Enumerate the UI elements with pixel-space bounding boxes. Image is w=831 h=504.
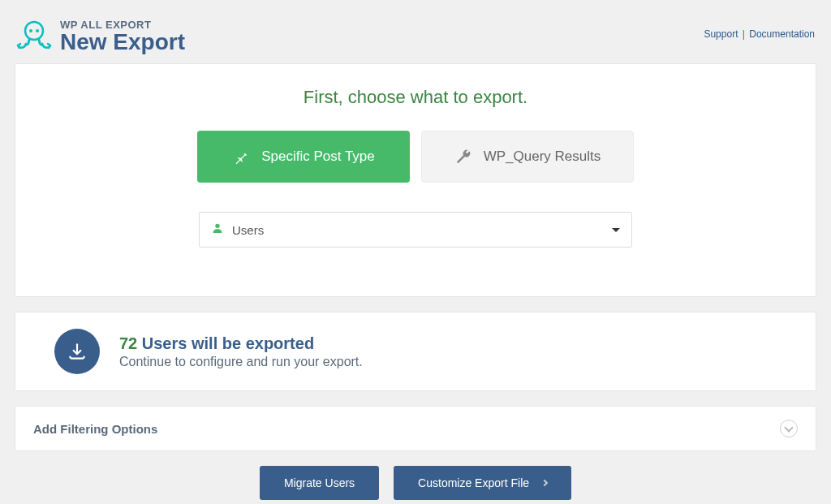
- customize-export-button[interactable]: Customize Export File: [394, 466, 571, 500]
- export-count-suffix: Users will be exported: [137, 334, 314, 352]
- header-links: Support | Documentation: [704, 28, 815, 40]
- export-count: 72: [119, 334, 137, 352]
- user-icon: [211, 222, 224, 238]
- octopus-logo-icon: [15, 16, 54, 55]
- specific-post-type-label: Specific Post Type: [261, 149, 375, 165]
- wpquery-results-button[interactable]: WP_Query Results: [421, 131, 634, 183]
- filtering-title: Add Filtering Options: [33, 422, 157, 436]
- support-link[interactable]: Support: [704, 28, 738, 40]
- summary-line1: 72 Users will be exported: [119, 334, 363, 353]
- pin-icon: [232, 148, 250, 166]
- migrate-users-label: Migrate Users: [284, 476, 355, 489]
- migrate-users-button[interactable]: Migrate Users: [260, 466, 379, 500]
- caret-down-icon: [612, 228, 620, 232]
- specific-post-type-button[interactable]: Specific Post Type: [197, 131, 410, 183]
- choose-heading: First, choose what to export.: [32, 87, 799, 108]
- download-icon: [54, 329, 100, 374]
- svg-point-1: [29, 29, 32, 32]
- wpquery-results-label: WP_Query Results: [484, 149, 601, 165]
- footer-actions: Migrate Users Customize Export File: [0, 466, 831, 504]
- export-summary-card: 72 Users will be exported Continue to co…: [15, 312, 816, 391]
- svg-point-2: [36, 29, 39, 32]
- chevron-right-icon: [541, 480, 548, 486]
- filtering-accordion[interactable]: Add Filtering Options: [15, 406, 816, 451]
- chevron-down-icon: [780, 420, 798, 437]
- wrench-icon: [454, 148, 472, 166]
- documentation-link[interactable]: Documentation: [749, 28, 815, 40]
- page-header: WP ALL EXPORT New Export Support | Docum…: [0, 0, 831, 63]
- customize-export-label: Customize Export File: [418, 476, 529, 489]
- export-config-card: First, choose what to export. Specific P…: [15, 63, 816, 297]
- page-title: New Export: [60, 31, 185, 54]
- link-separator: |: [743, 28, 745, 40]
- post-type-dropdown[interactable]: Users: [199, 212, 632, 248]
- svg-point-0: [25, 22, 43, 40]
- svg-point-3: [215, 224, 219, 228]
- dropdown-selected-label: Users: [232, 223, 612, 237]
- summary-line2: Continue to configure and run your expor…: [119, 355, 363, 369]
